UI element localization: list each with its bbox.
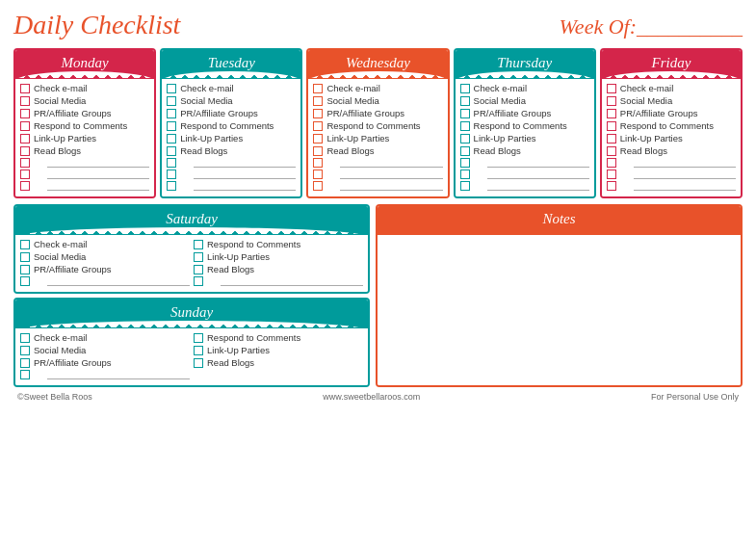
check-label: PR/Affiliate Groups: [180, 108, 258, 118]
check-item: PR/Affiliate Groups: [607, 108, 736, 118]
check-label: PR/Affiliate Groups: [34, 357, 112, 368]
check-item: Read Blogs: [194, 357, 363, 368]
check-item: Social Media: [167, 95, 296, 106]
blank-line: [313, 158, 442, 168]
checkbox-icon[interactable]: [20, 358, 30, 368]
checkbox-icon[interactable]: [20, 265, 30, 274]
checkbox-blank-icon[interactable]: [313, 170, 323, 179]
checkbox-icon[interactable]: [20, 134, 30, 144]
checkbox-blank-icon[interactable]: [20, 370, 30, 379]
check-label: PR/Affiliate Groups: [34, 108, 112, 118]
checkbox-blank-icon[interactable]: [607, 181, 616, 191]
checkbox-icon[interactable]: [313, 121, 323, 131]
checkbox-icon[interactable]: [167, 121, 176, 131]
checkbox-icon[interactable]: [460, 134, 470, 144]
checkbox-icon[interactable]: [20, 146, 30, 156]
checkbox-icon[interactable]: [194, 240, 203, 249]
check-label: Link-Up Parties: [326, 133, 389, 144]
checkbox-blank-icon[interactable]: [20, 170, 30, 179]
day-col-tuesday: TuesdayCheck e-mailSocial MediaPR/Affili…: [160, 48, 302, 198]
check-item: Social Media: [607, 95, 736, 106]
check-item: Link-Up Parties: [167, 133, 296, 144]
checkbox-icon[interactable]: [167, 96, 176, 106]
check-label: Social Media: [474, 95, 526, 106]
check-label: Social Media: [34, 345, 86, 355]
checkbox-icon[interactable]: [20, 109, 30, 118]
day-col-friday: FridayCheck e-mailSocial MediaPR/Affilia…: [600, 48, 743, 198]
blank-line: [20, 370, 190, 379]
checkbox-icon[interactable]: [460, 84, 470, 93]
blank-underline: [194, 181, 296, 191]
day-col-monday: MondayCheck e-mailSocial MediaPR/Affilia…: [13, 48, 156, 198]
checkbox-icon[interactable]: [167, 134, 176, 144]
checkbox-blank-icon[interactable]: [460, 170, 470, 179]
tuesday-body: Check e-mailSocial MediaPR/Affiliate Gro…: [162, 79, 300, 196]
checkbox-blank-icon[interactable]: [313, 158, 323, 168]
checkbox-blank-icon[interactable]: [460, 181, 470, 191]
checkbox-icon[interactable]: [313, 109, 323, 118]
checkbox-blank-icon[interactable]: [20, 276, 30, 286]
check-label: Read Blogs: [34, 145, 81, 156]
checkbox-icon[interactable]: [20, 96, 30, 106]
checkbox-icon[interactable]: [460, 146, 470, 156]
checkbox-icon[interactable]: [607, 109, 616, 118]
checkbox-blank-icon[interactable]: [460, 158, 470, 168]
checkbox-icon[interactable]: [194, 252, 203, 262]
friday-body: Check e-mailSocial MediaPR/Affiliate Gro…: [602, 79, 741, 196]
blank-underline: [634, 181, 736, 191]
checkbox-blank-icon[interactable]: [194, 276, 203, 286]
checkbox-icon[interactable]: [194, 333, 203, 343]
checkbox-icon[interactable]: [20, 333, 30, 343]
sunday-body: Check e-mailSocial MediaPR/Affiliate Gro…: [15, 328, 368, 385]
check-label: Link-Up Parties: [620, 133, 683, 144]
checkbox-icon[interactable]: [20, 240, 30, 249]
blank-line: [460, 170, 589, 179]
checkbox-icon[interactable]: [313, 96, 323, 106]
checkbox-icon[interactable]: [194, 358, 203, 368]
notes-body: [378, 235, 741, 387]
checkbox-icon[interactable]: [460, 121, 470, 131]
checkbox-icon[interactable]: [313, 84, 323, 93]
checkbox-icon[interactable]: [313, 134, 323, 144]
checkbox-icon[interactable]: [607, 146, 616, 156]
check-label: Check e-mail: [34, 83, 87, 93]
check-item: Social Media: [20, 95, 149, 106]
checkbox-icon[interactable]: [607, 96, 616, 106]
checkbox-icon[interactable]: [313, 146, 323, 156]
checkbox-icon[interactable]: [167, 109, 176, 118]
check-item: Check e-mail: [20, 239, 190, 249]
checkbox-icon[interactable]: [460, 96, 470, 106]
checkbox-icon[interactable]: [194, 346, 203, 355]
blank-line: [167, 170, 296, 179]
checkbox-icon[interactable]: [460, 109, 470, 118]
check-item: Check e-mail: [313, 83, 442, 93]
blank-underline: [340, 170, 442, 179]
checkbox-icon[interactable]: [167, 84, 176, 93]
checkbox-blank-icon[interactable]: [20, 181, 30, 191]
checkbox-icon[interactable]: [194, 265, 203, 274]
check-item: Respond to Comments: [194, 239, 363, 249]
blank-underline: [194, 170, 296, 179]
checkbox-icon[interactable]: [20, 252, 30, 262]
checkbox-icon[interactable]: [607, 121, 616, 131]
checkbox-blank-icon[interactable]: [167, 170, 176, 179]
checkbox-blank-icon[interactable]: [607, 158, 616, 168]
check-item: Link-Up Parties: [194, 251, 363, 262]
checkbox-blank-icon[interactable]: [167, 158, 176, 168]
checkbox-blank-icon[interactable]: [313, 181, 323, 191]
blank-underline: [487, 170, 589, 179]
check-item: PR/Affiliate Groups: [20, 264, 190, 274]
checkbox-blank-icon[interactable]: [20, 158, 30, 168]
checkbox-icon[interactable]: [167, 146, 176, 156]
check-item: Read Blogs: [194, 264, 363, 274]
checkbox-icon[interactable]: [607, 134, 616, 144]
blank-underline: [487, 158, 589, 168]
checkbox-blank-icon[interactable]: [607, 170, 616, 179]
checkbox-icon[interactable]: [20, 346, 30, 355]
blank-underline: [634, 158, 736, 168]
checkbox-icon[interactable]: [607, 84, 616, 93]
blank-line: [20, 158, 149, 168]
checkbox-blank-icon[interactable]: [167, 181, 176, 191]
checkbox-icon[interactable]: [20, 121, 30, 131]
checkbox-icon[interactable]: [20, 84, 30, 93]
